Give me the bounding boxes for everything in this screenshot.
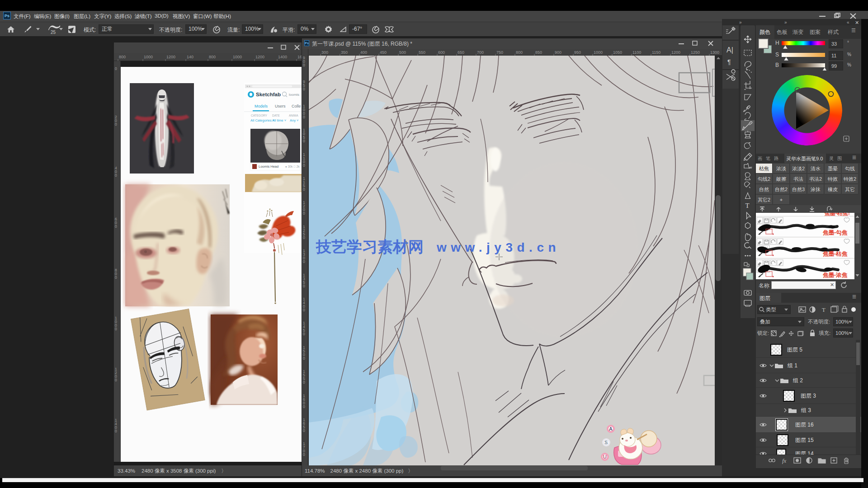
svg-text:0: 0 xyxy=(303,211,305,216)
svg-text:1100: 1100 xyxy=(632,50,641,55)
svg-text:350: 350 xyxy=(341,50,348,55)
svg-text:All time ˅: All time ˅ xyxy=(272,118,286,122)
svg-text:Users: Users xyxy=(275,104,286,108)
svg-text:0: 0 xyxy=(303,428,305,433)
svg-text:16: 16 xyxy=(297,55,302,59)
svg-text:A|: A| xyxy=(726,46,733,54)
svg-text:Colle: Colle xyxy=(292,104,301,108)
svg-text:0: 0 xyxy=(303,139,305,143)
svg-text:1400: 1400 xyxy=(278,55,287,59)
svg-text:www.jy3d.cn: www.jy3d.cn xyxy=(436,240,560,254)
svg-text:0: 0 xyxy=(303,163,305,168)
svg-text:0: 0 xyxy=(115,224,117,229)
svg-text:650: 650 xyxy=(458,50,464,55)
svg-text:Any ˅: Any ˅ xyxy=(290,118,298,122)
svg-text:450: 450 xyxy=(380,50,387,55)
svg-text:0: 0 xyxy=(303,87,305,91)
svg-text:Models: Models xyxy=(255,104,268,108)
svg-text:CATEGORY: CATEGORY xyxy=(251,114,268,117)
svg-text:All Categories ˅: All Categories ˅ xyxy=(250,118,274,122)
svg-text:0: 0 xyxy=(303,332,305,336)
svg-text:0: 0 xyxy=(115,173,117,178)
svg-text:0: 0 xyxy=(303,115,305,119)
svg-text:0: 0 xyxy=(303,308,305,312)
svg-text:1300: 1300 xyxy=(710,50,719,55)
svg-text:● 30k ⃞ 2k: ● 30k ⃞ 2k xyxy=(285,165,300,168)
svg-text:Loomis Head: Loomis Head xyxy=(259,164,278,169)
svg-text:0: 0 xyxy=(303,284,305,288)
svg-text:fx: fx xyxy=(782,457,787,464)
svg-text:800: 800 xyxy=(516,50,523,55)
svg-text:750: 750 xyxy=(496,50,503,55)
svg-text:600: 600 xyxy=(438,50,445,55)
svg-text:1200: 1200 xyxy=(166,55,175,59)
svg-text:1050: 1050 xyxy=(613,50,622,55)
svg-text:700: 700 xyxy=(477,50,484,55)
svg-text:550: 550 xyxy=(419,50,425,55)
svg-text:1200: 1200 xyxy=(255,55,264,59)
svg-text:300: 300 xyxy=(321,50,328,55)
svg-text:1150: 1150 xyxy=(652,50,660,55)
svg-text:400: 400 xyxy=(360,50,367,55)
svg-text:T: T xyxy=(822,306,826,313)
svg-text:950: 950 xyxy=(574,50,581,55)
svg-text:0: 0 xyxy=(115,429,117,433)
svg-text:¶: ¶ xyxy=(727,58,731,66)
svg-text:1000: 1000 xyxy=(144,55,153,59)
svg-text:800: 800 xyxy=(119,55,126,59)
svg-text:1200: 1200 xyxy=(671,50,680,55)
svg-text:0: 0 xyxy=(303,259,305,264)
svg-text:loomis: loomis xyxy=(289,93,299,97)
svg-text:0: 0 xyxy=(115,327,117,331)
svg-text:0: 0 xyxy=(303,452,305,457)
svg-text:500: 500 xyxy=(399,50,406,55)
svg-text:1250: 1250 xyxy=(691,50,700,55)
svg-text:U: U xyxy=(603,454,607,460)
svg-text:技艺学习素材网: 技艺学习素材网 xyxy=(315,238,424,255)
svg-text:850: 850 xyxy=(535,50,542,55)
svg-text:1000: 1000 xyxy=(594,50,603,55)
svg-text:900: 900 xyxy=(555,50,561,55)
svg-text:焦墨-勾焦: 焦墨-勾焦 xyxy=(822,230,848,236)
svg-text:0: 0 xyxy=(303,356,305,361)
svg-text:0: 0 xyxy=(115,122,117,127)
svg-text:1000: 1000 xyxy=(233,55,242,59)
svg-text:0: 0 xyxy=(303,380,305,385)
svg-text:Sketchfab: Sketchfab xyxy=(256,92,281,97)
svg-text:0: 0 xyxy=(303,187,305,192)
svg-text:焦墨-浓焦: 焦墨-浓焦 xyxy=(822,272,848,278)
svg-text:A: A xyxy=(609,426,613,432)
svg-text:0: 0 xyxy=(115,275,117,280)
svg-text:DATE: DATE xyxy=(272,114,280,117)
svg-text:T: T xyxy=(745,202,750,209)
svg-text:S: S xyxy=(604,440,608,445)
svg-text:0: 0 xyxy=(115,378,117,382)
svg-text:焦墨-枯焦: 焦墨-枯焦 xyxy=(822,251,848,257)
svg-text:ANIMA: ANIMA xyxy=(289,114,298,117)
svg-text:0: 0 xyxy=(303,63,305,67)
svg-text:0: 0 xyxy=(303,404,305,409)
svg-text:800: 800 xyxy=(209,55,216,59)
svg-text:0: 0 xyxy=(303,235,305,240)
svg-text:0: 0 xyxy=(115,66,117,71)
svg-text:140: 140 xyxy=(187,55,193,59)
